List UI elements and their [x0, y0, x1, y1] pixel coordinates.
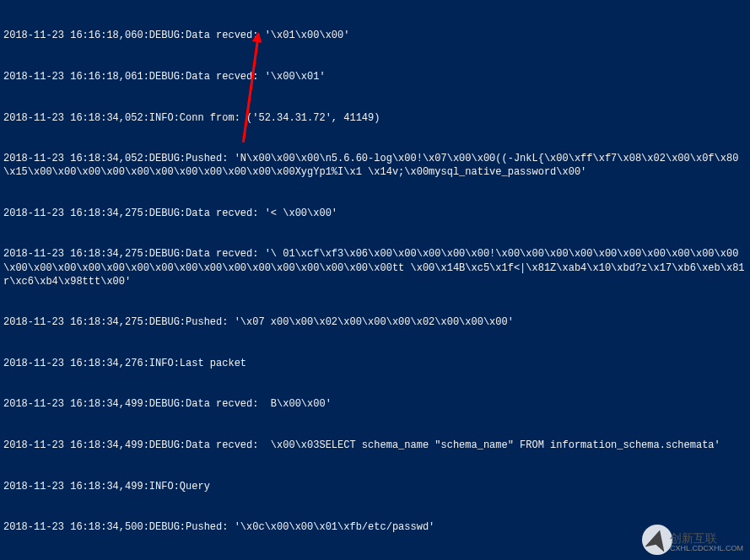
watermark-brand-sub: CXHL.CDCXHL.COM: [670, 545, 743, 553]
log-line: 2018-11-23 16:18:34,499:INFO:Query: [3, 480, 747, 493]
watermark-brand-name: 创新互联: [670, 532, 743, 545]
log-line: 2018-11-23 16:18:34,052:DEBUG:Pushed: 'N…: [3, 152, 747, 179]
watermark-logo-icon: [642, 525, 672, 555]
log-line: 2018-11-23 16:18:34,275:DEBUG:Data recve…: [3, 247, 747, 288]
log-line: 2018-11-23 16:18:34,052:INFO:Conn from: …: [3, 111, 747, 125]
log-line: 2018-11-23 16:18:34,275:DEBUG:Data recve…: [3, 207, 747, 220]
log-line: 2018-11-23 16:16:18,060:DEBUG:Data recve…: [3, 29, 747, 42]
terminal-output: 2018-11-23 16:16:18,060:DEBUG:Data recve…: [0, 0, 750, 560]
log-line: 2018-11-23 16:18:34,499:DEBUG:Data recve…: [3, 439, 747, 452]
log-line: 2018-11-23 16:18:34,275:DEBUG:Pushed: '\…: [3, 315, 747, 329]
log-line: 2018-11-23 16:18:34,500:DEBUG:Pushed: '\…: [3, 520, 747, 534]
log-line: 2018-11-23 16:18:34,499:DEBUG:Data recve…: [3, 397, 747, 411]
log-line: 2018-11-23 16:16:18,061:DEBUG:Data recve…: [3, 70, 747, 83]
watermark-brand: 创新互联 CXHL.CDCXHL.COM: [670, 532, 743, 553]
log-line: 2018-11-23 16:18:34,276:INFO:Last packet: [3, 357, 747, 370]
